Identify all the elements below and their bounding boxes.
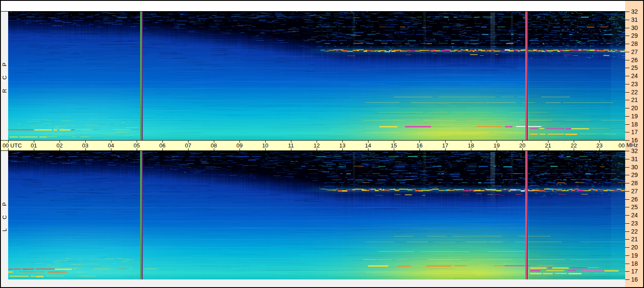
freq-label: 23 <box>631 220 643 227</box>
freq-tick <box>625 108 629 108</box>
freq-label: 31 <box>631 16 643 23</box>
freq-label: 26 <box>631 196 643 203</box>
time-label: 10 <box>257 142 274 149</box>
freq-tick <box>625 239 629 240</box>
freq-tick <box>625 36 629 36</box>
freq-label: 22 <box>631 228 643 235</box>
time-label: 20 <box>514 142 531 149</box>
freq-tick <box>625 223 629 224</box>
freq-tick <box>625 247 629 248</box>
freq-label: 31 <box>631 156 643 162</box>
freq-tick <box>625 76 629 76</box>
freq-label: 24 <box>631 212 643 219</box>
freq-label: 20 <box>631 105 643 111</box>
freq-tick <box>625 167 629 168</box>
freq-label: 19 <box>631 252 643 259</box>
time-label: 00 <box>609 142 625 149</box>
freq-tick <box>625 44 629 44</box>
time-label: 22 <box>565 142 582 149</box>
freq-tick <box>625 60 629 60</box>
freq-label: 29 <box>631 32 643 39</box>
freq-tick <box>625 159 629 159</box>
freq-tick <box>625 207 629 207</box>
freq-tick <box>625 84 629 84</box>
freq-tick <box>625 92 629 93</box>
time-label: 16 <box>411 142 428 149</box>
freq-label: 17 <box>631 129 643 135</box>
freq-label: 30 <box>631 24 643 31</box>
time-axis: 00 UTC0102030405060708091011121314151617… <box>1 140 625 151</box>
freq-tick <box>625 199 629 200</box>
time-label: 08 <box>205 142 222 149</box>
freq-label: 26 <box>631 57 643 63</box>
freq-label: 20 <box>631 244 643 251</box>
freq-tick <box>625 151 629 151</box>
freq-label: 28 <box>631 40 643 47</box>
bottom-strip <box>1 279 625 287</box>
freq-tick <box>625 231 629 232</box>
title-bar: AJ4CO Observatory 16 Jul 2018 - DPS on T… <box>1 1 625 11</box>
app-window: AJ4CO Observatory 16 Jul 2018 - DPS on T… <box>0 0 644 288</box>
freq-tick <box>625 191 629 192</box>
freq-tick <box>625 124 629 125</box>
rcp-panel-label-wrap: R C P <box>1 48 8 104</box>
freq-tick <box>625 116 629 117</box>
freq-label: 16 <box>631 276 643 283</box>
freq-label: 18 <box>631 121 643 128</box>
freq-label: 32 <box>631 8 643 15</box>
freq-tick <box>625 132 629 132</box>
freq-label: 17 <box>631 268 643 275</box>
time-label: 06 <box>154 142 171 149</box>
freq-label: 23 <box>631 81 643 87</box>
rcp-panel-label: R C P <box>1 59 8 93</box>
freq-tick <box>625 100 629 100</box>
freq-tick <box>625 140 629 141</box>
time-label: 03 <box>77 142 94 149</box>
freq-tick <box>625 20 629 20</box>
time-label: 19 <box>488 142 505 149</box>
time-label: 13 <box>334 142 351 149</box>
time-label: 02 <box>51 142 68 149</box>
freq-label: 18 <box>631 260 643 267</box>
freq-label: 19 <box>631 113 643 120</box>
freq-tick <box>625 52 629 52</box>
freq-tick <box>625 264 629 264</box>
time-label: 04 <box>102 142 120 149</box>
freq-tick <box>625 12 629 12</box>
freq-label: 29 <box>631 171 643 178</box>
freq-label: 30 <box>631 164 643 171</box>
freq-tick <box>625 68 629 68</box>
time-label: 05 <box>128 142 145 149</box>
freq-label: 22 <box>631 89 643 96</box>
frequency-axis: MHz 323130292827262524232221201918171632… <box>625 1 643 287</box>
rcp-spectrogram <box>8 12 625 140</box>
freq-tick <box>625 271 629 272</box>
freq-label: 25 <box>631 64 643 71</box>
freq-tick <box>625 255 629 256</box>
time-label: 14 <box>359 142 377 149</box>
time-label: 09 <box>231 142 248 149</box>
freq-label: 27 <box>631 48 643 55</box>
time-label: 21 <box>539 142 557 149</box>
time-label: 11 <box>282 142 300 149</box>
freq-label: 25 <box>631 204 643 210</box>
time-label: 12 <box>308 142 325 149</box>
freq-label: 27 <box>631 188 643 195</box>
freq-tick <box>625 183 629 183</box>
freq-tick <box>625 175 629 175</box>
time-label: 01 <box>25 142 42 149</box>
freq-label: 28 <box>631 180 643 186</box>
time-label: 23 <box>591 142 608 149</box>
freq-label: 32 <box>631 147 643 154</box>
lcp-panel-label: L C P <box>1 198 8 231</box>
lcp-spectrogram <box>8 151 625 279</box>
lcp-panel-label-wrap: L C P <box>1 187 8 243</box>
freq-label: 21 <box>631 236 643 243</box>
freq-tick <box>625 28 629 28</box>
freq-label: 21 <box>631 96 643 103</box>
freq-tick <box>625 279 629 280</box>
time-label: 07 <box>180 142 197 149</box>
time-label: 15 <box>385 142 402 149</box>
freq-label: 24 <box>631 72 643 79</box>
freq-label: 16 <box>631 137 643 144</box>
